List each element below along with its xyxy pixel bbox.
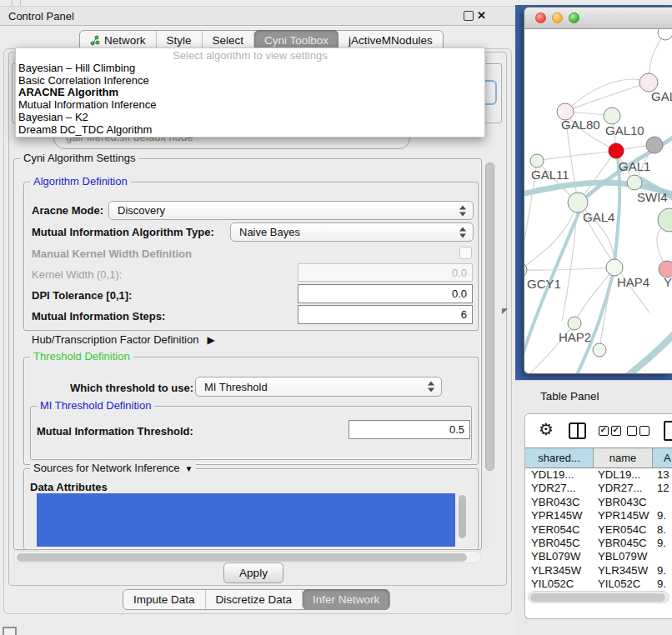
sources-title[interactable]: Sources for Network Inference▼ [30,462,196,476]
attribute-list-scrollbar[interactable] [457,493,467,547]
cell-shared-name: YER054C [525,523,594,537]
node-label: GAL4 [583,210,614,224]
cyni-mode-tabbar: Impute Data Discretize Data Infer Networ… [123,589,390,610]
algorithm-option[interactable]: ARACNE Algorithm [16,87,484,99]
document-icon[interactable] [664,421,672,441]
tab[interactable]: Discretize Data [206,590,303,609]
float-window-icon[interactable] [464,11,474,21]
cell-name: YBR045C [594,537,653,550]
network-edge[interactable] [601,325,672,374]
table-row[interactable]: YBL079W YBL079W [525,550,672,563]
network-node[interactable] [658,29,672,40]
gear-icon[interactable]: ⚙ [539,419,554,439]
algorithm-option[interactable]: Basic Correlation Inference [16,75,484,88]
network-node[interactable] [530,154,544,168]
close-traffic-light-icon[interactable] [535,12,546,23]
network-icon [90,35,100,46]
apply-button[interactable]: Apply [223,562,283,583]
network-node[interactable] [646,137,663,153]
control-panel-title: Control Panel [8,10,74,22]
network-edge[interactable] [537,151,616,161]
network-edge[interactable] [524,268,614,270]
zoom-traffic-light-icon[interactable] [569,12,579,23]
minimize-traffic-light-icon[interactable] [552,12,563,23]
mi-type-select[interactable]: Naive Bayes [230,222,474,242]
table-panel: Table Panel ⚙ shared...nameA YDL19... YD… [515,380,672,635]
settings-vertical-scrollbar[interactable] [484,160,495,548]
cell-shared-name: YLR345W [525,564,594,578]
table-header-row: shared...nameA [525,448,672,468]
settings-horizontal-scrollbar[interactable] [13,551,482,563]
manual-kernel-checkbox[interactable] [459,247,472,259]
scrollbar-thumb[interactable] [459,495,466,538]
hub-definition-disclosure[interactable]: Hub/Transcription Factor Definition▶ [32,333,215,346]
dpi-tolerance-label: DPI Tolerance [0,1]: [32,289,132,302]
mi-steps-input[interactable]: 6 [298,305,473,324]
mi-threshold-input[interactable]: 0.5 [349,420,470,439]
spinner-arrows-icon [459,227,467,238]
network-node[interactable] [604,108,620,124]
algorithm-definition-title: Algorithm Definition [30,175,131,188]
node-label: Y [664,275,672,289]
network-edge[interactable] [565,82,649,112]
network-node[interactable] [627,175,642,190]
select-all-columns-icon[interactable] [599,426,624,438]
cell-value: 9. [653,578,672,589]
tab-label: Impute Data [133,593,195,606]
algorithm-option[interactable]: Bayesian – Hill Climbing [16,62,484,75]
network-node[interactable] [568,317,581,330]
aracne-mode-select[interactable]: Discovery [108,201,474,220]
table-row[interactable]: YPR145W YPR145W 9. [525,509,672,522]
network-node[interactable] [609,143,624,158]
network-node[interactable] [658,208,672,232]
table-row[interactable]: YDR27... YDR27... 12 [525,482,672,495]
manual-kernel-label: Manual Kernel Width Definition [32,248,192,260]
network-window-titlebar[interactable] [524,8,672,29]
collapsed-arrow-icon: ▶ [207,334,214,346]
expanded-arrow-icon: ▼ [185,462,193,476]
scrollbar-thumb[interactable] [485,162,494,471]
scrollbar-thumb[interactable] [17,553,467,562]
tab-label: Select [213,34,244,47]
column-header[interactable]: name [594,448,653,468]
settings-group-title: Cyni Algorithm Settings [20,152,138,165]
table-row[interactable]: YER054C YER054C 8. [525,523,672,537]
columns-icon[interactable] [569,422,586,439]
table-row[interactable]: YLR345W YLR345W 9. [525,564,672,578]
tab-sliver [12,0,21,6]
deselect-all-columns-icon[interactable] [627,426,652,438]
tab[interactable]: Impute Data [123,590,206,609]
table-row[interactable]: YIL052C YIL052C 9. [525,578,672,589]
checked-checkbox-icon [599,426,609,436]
column-header[interactable]: A [653,448,672,468]
data-attributes-list [37,493,455,547]
kernel-width-input[interactable]: 0.0 [298,263,473,282]
network-node[interactable] [606,259,623,276]
cell-value [653,496,672,509]
table-row[interactable]: YBR045C YBR045C 9. [525,537,672,550]
dpi-tolerance-value: 0.0 [452,288,467,300]
table-horizontal-scrollbar[interactable] [528,591,669,603]
table-row[interactable]: YDL19... YDL19... 13 [525,468,672,482]
algorithm-option[interactable]: Bayesian – K2 [16,112,484,124]
cell-value: 9. [653,509,672,522]
kernel-width-label: Kernel Width (0,1): [32,268,122,281]
close-icon[interactable]: ✕ [477,9,486,22]
cell-name: YBR043C [594,496,653,509]
spinner-arrows-icon [459,205,467,216]
network-node[interactable] [593,343,606,357]
network-canvas[interactable]: GAL8GAL80GAL10GAL1GAL11SWI4GAL4HAP4YGCY1… [524,29,672,374]
scrollbar-thumb[interactable] [530,593,665,602]
tab[interactable]: Infer Network [303,589,389,610]
table-row[interactable]: YBR043C YBR043C [525,496,672,509]
unchecked-checkbox-icon [627,426,637,436]
aracne-mode-label: Aracne Mode: [32,204,103,217]
which-threshold-select[interactable]: MI Threshold [195,377,442,397]
cell-value: 8. [653,523,672,537]
dock-panel-icon[interactable] [3,627,17,635]
algorithm-option[interactable]: Dream8 DC_TDC Algorithm [16,124,484,137]
algorithm-option[interactable]: Mutual Information Inference [16,99,484,112]
dpi-tolerance-input[interactable]: 0.0 [298,284,473,303]
algorithm-popup-placeholder: Select algorithm to view settings [16,48,484,62]
column-header[interactable]: shared... [525,448,594,468]
